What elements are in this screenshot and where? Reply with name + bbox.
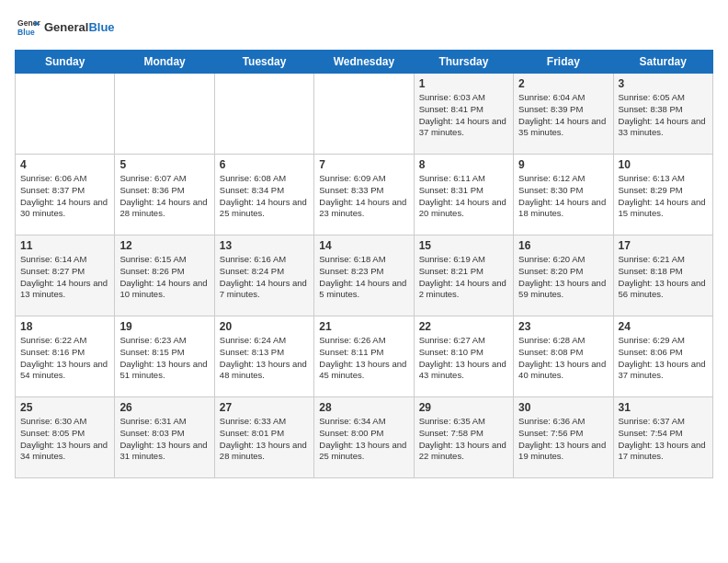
day-number: 3	[619, 77, 708, 90]
calendar-cell: 28Sunrise: 6:34 AMSunset: 8:00 PMDayligh…	[314, 397, 414, 478]
day-number: 12	[119, 239, 209, 252]
day-number: 23	[518, 320, 608, 333]
calendar-header-row: SundayMondayTuesdayWednesdayThursdayFrid…	[16, 51, 713, 74]
day-number: 6	[220, 158, 309, 171]
cell-content: Sunrise: 6:21 AMSunset: 8:18 PMDaylight:…	[619, 254, 708, 301]
calendar-cell: 27Sunrise: 6:33 AMSunset: 8:01 PMDayligh…	[214, 397, 313, 478]
day-number: 4	[20, 158, 109, 171]
calendar-cell: 13Sunrise: 6:16 AMSunset: 8:24 PMDayligh…	[214, 236, 313, 316]
day-number: 9	[518, 158, 608, 171]
calendar-cell: 1Sunrise: 6:03 AMSunset: 8:41 PMDaylight…	[414, 74, 513, 155]
day-number: 25	[20, 401, 109, 414]
logo-icon: General Blue	[15, 15, 40, 40]
cell-content: Sunrise: 6:37 AMSunset: 7:54 PMDaylight:…	[619, 416, 708, 463]
calendar-cell: 7Sunrise: 6:09 AMSunset: 8:33 PMDaylight…	[314, 155, 414, 236]
cell-content: Sunrise: 6:23 AMSunset: 8:15 PMDaylight:…	[119, 335, 209, 382]
logo: General Blue GeneralBlue	[15, 15, 115, 40]
cell-content: Sunrise: 6:22 AMSunset: 8:16 PMDaylight:…	[20, 335, 109, 382]
cell-content: Sunrise: 6:07 AMSunset: 8:36 PMDaylight:…	[119, 173, 209, 220]
cell-content: Sunrise: 6:31 AMSunset: 8:03 PMDaylight:…	[119, 416, 209, 463]
calendar-cell: 14Sunrise: 6:18 AMSunset: 8:23 PMDayligh…	[314, 236, 414, 316]
calendar-cell	[214, 74, 313, 155]
day-number: 31	[619, 401, 708, 414]
day-number: 18	[20, 320, 109, 333]
calendar-cell: 31Sunrise: 6:37 AMSunset: 7:54 PMDayligh…	[613, 397, 712, 478]
calendar-body: 1Sunrise: 6:03 AMSunset: 8:41 PMDaylight…	[16, 74, 713, 478]
day-number: 30	[518, 401, 608, 414]
calendar-cell: 22Sunrise: 6:27 AMSunset: 8:10 PMDayligh…	[414, 316, 513, 397]
cell-content: Sunrise: 6:30 AMSunset: 8:05 PMDaylight:…	[20, 416, 109, 463]
day-number: 28	[319, 401, 408, 414]
day-number: 15	[419, 239, 508, 252]
day-number: 10	[619, 158, 708, 171]
weekday-header: Friday	[514, 51, 613, 74]
day-number: 19	[119, 320, 209, 333]
calendar-week-row: 11Sunrise: 6:14 AMSunset: 8:27 PMDayligh…	[16, 236, 713, 316]
cell-content: Sunrise: 6:15 AMSunset: 8:26 PMDaylight:…	[119, 254, 209, 301]
day-number: 20	[220, 320, 309, 333]
day-number: 22	[419, 320, 508, 333]
calendar-cell: 21Sunrise: 6:26 AMSunset: 8:11 PMDayligh…	[314, 316, 414, 397]
day-number: 16	[518, 239, 608, 252]
day-number: 24	[619, 320, 708, 333]
weekday-header: Wednesday	[314, 51, 414, 74]
day-number: 7	[319, 158, 408, 171]
cell-content: Sunrise: 6:04 AMSunset: 8:39 PMDaylight:…	[518, 92, 608, 139]
calendar-cell: 18Sunrise: 6:22 AMSunset: 8:16 PMDayligh…	[16, 316, 115, 397]
calendar-cell: 8Sunrise: 6:11 AMSunset: 8:31 PMDaylight…	[414, 155, 513, 236]
logo-text: GeneralBlue	[44, 20, 115, 35]
weekday-header: Sunday	[16, 51, 115, 74]
calendar-week-row: 4Sunrise: 6:06 AMSunset: 8:37 PMDaylight…	[16, 155, 713, 236]
calendar-cell: 20Sunrise: 6:24 AMSunset: 8:13 PMDayligh…	[214, 316, 313, 397]
weekday-header: Monday	[115, 51, 214, 74]
calendar-cell: 26Sunrise: 6:31 AMSunset: 8:03 PMDayligh…	[115, 397, 214, 478]
cell-content: Sunrise: 6:19 AMSunset: 8:21 PMDaylight:…	[419, 254, 508, 301]
calendar-table: SundayMondayTuesdayWednesdayThursdayFrid…	[15, 50, 713, 478]
cell-content: Sunrise: 6:26 AMSunset: 8:11 PMDaylight:…	[319, 335, 408, 382]
calendar-cell: 6Sunrise: 6:08 AMSunset: 8:34 PMDaylight…	[214, 155, 313, 236]
day-number: 13	[220, 239, 309, 252]
cell-content: Sunrise: 6:20 AMSunset: 8:20 PMDaylight:…	[518, 254, 608, 301]
calendar-cell	[314, 74, 414, 155]
day-number: 29	[419, 401, 508, 414]
day-number: 1	[419, 77, 508, 90]
calendar-cell: 19Sunrise: 6:23 AMSunset: 8:15 PMDayligh…	[115, 316, 214, 397]
calendar-cell: 9Sunrise: 6:12 AMSunset: 8:30 PMDaylight…	[514, 155, 613, 236]
cell-content: Sunrise: 6:05 AMSunset: 8:38 PMDaylight:…	[619, 92, 708, 139]
cell-content: Sunrise: 6:12 AMSunset: 8:30 PMDaylight:…	[518, 173, 608, 220]
day-number: 26	[119, 401, 209, 414]
calendar-cell	[16, 74, 115, 155]
calendar-cell: 12Sunrise: 6:15 AMSunset: 8:26 PMDayligh…	[115, 236, 214, 316]
cell-content: Sunrise: 6:09 AMSunset: 8:33 PMDaylight:…	[319, 173, 408, 220]
calendar-week-row: 1Sunrise: 6:03 AMSunset: 8:41 PMDaylight…	[16, 74, 713, 155]
calendar-cell: 5Sunrise: 6:07 AMSunset: 8:36 PMDaylight…	[115, 155, 214, 236]
cell-content: Sunrise: 6:08 AMSunset: 8:34 PMDaylight:…	[220, 173, 309, 220]
cell-content: Sunrise: 6:36 AMSunset: 7:56 PMDaylight:…	[518, 416, 608, 463]
cell-content: Sunrise: 6:11 AMSunset: 8:31 PMDaylight:…	[419, 173, 508, 220]
day-number: 14	[319, 239, 408, 252]
day-number: 17	[619, 239, 708, 252]
cell-content: Sunrise: 6:35 AMSunset: 7:58 PMDaylight:…	[419, 416, 508, 463]
cell-content: Sunrise: 6:03 AMSunset: 8:41 PMDaylight:…	[419, 92, 508, 139]
weekday-header: Tuesday	[214, 51, 313, 74]
calendar-cell: 3Sunrise: 6:05 AMSunset: 8:38 PMDaylight…	[613, 74, 712, 155]
calendar-cell: 2Sunrise: 6:04 AMSunset: 8:39 PMDaylight…	[514, 74, 613, 155]
calendar-cell	[115, 74, 214, 155]
weekday-header: Saturday	[613, 51, 712, 74]
day-number: 5	[119, 158, 209, 171]
day-number: 27	[220, 401, 309, 414]
calendar-week-row: 25Sunrise: 6:30 AMSunset: 8:05 PMDayligh…	[16, 397, 713, 478]
cell-content: Sunrise: 6:14 AMSunset: 8:27 PMDaylight:…	[20, 254, 109, 301]
calendar-cell: 23Sunrise: 6:28 AMSunset: 8:08 PMDayligh…	[514, 316, 613, 397]
calendar-cell: 10Sunrise: 6:13 AMSunset: 8:29 PMDayligh…	[613, 155, 712, 236]
calendar-cell: 30Sunrise: 6:36 AMSunset: 7:56 PMDayligh…	[514, 397, 613, 478]
cell-content: Sunrise: 6:27 AMSunset: 8:10 PMDaylight:…	[419, 335, 508, 382]
day-number: 21	[319, 320, 408, 333]
svg-text:Blue: Blue	[17, 28, 35, 37]
calendar-cell: 25Sunrise: 6:30 AMSunset: 8:05 PMDayligh…	[16, 397, 115, 478]
calendar-cell: 29Sunrise: 6:35 AMSunset: 7:58 PMDayligh…	[414, 397, 513, 478]
cell-content: Sunrise: 6:28 AMSunset: 8:08 PMDaylight:…	[518, 335, 608, 382]
cell-content: Sunrise: 6:06 AMSunset: 8:37 PMDaylight:…	[20, 173, 109, 220]
cell-content: Sunrise: 6:16 AMSunset: 8:24 PMDaylight:…	[220, 254, 309, 301]
cell-content: Sunrise: 6:34 AMSunset: 8:00 PMDaylight:…	[319, 416, 408, 463]
